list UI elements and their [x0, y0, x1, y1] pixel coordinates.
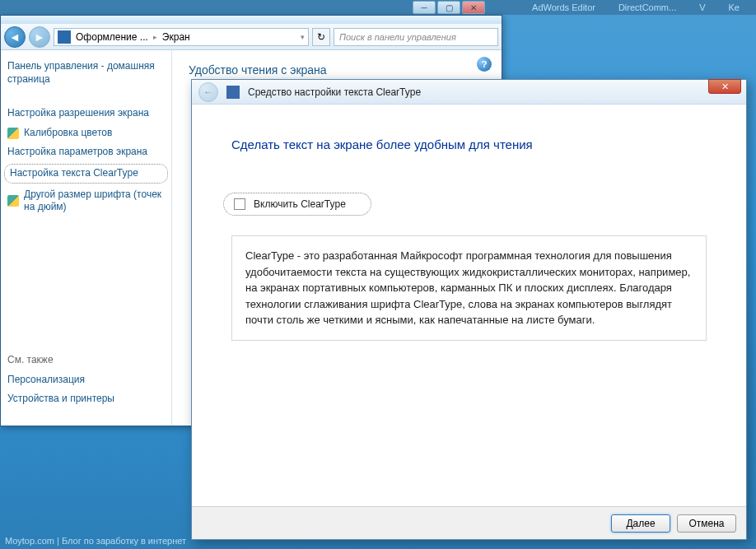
taskbar-item[interactable]: AdWords Editor [532, 2, 595, 12]
enable-cleartype-checkbox[interactable] [234, 198, 245, 210]
breadcrumb-separator-icon: ▸ [153, 33, 157, 41]
sidebar-footer: См. также Персонализация Устройства и пр… [7, 354, 166, 409]
desktop-top-labels: AdWords Editor DirectComm... V Ke [0, 0, 756, 15]
sidebar-link-devices-printers[interactable]: Устройства и принтеры [7, 389, 166, 409]
minimize-button[interactable]: ─ [413, 1, 436, 14]
nav-forward-button[interactable]: ► [29, 26, 50, 48]
address-bar[interactable]: Оформление ... ▸ Экран ▾ [54, 28, 309, 46]
sidebar-link-label: Настройка разрешения экрана [7, 107, 149, 120]
sidebar-link-color-calibration[interactable]: Калибровка цветов [7, 123, 165, 143]
page-footer-text: Moytop.com | Блог по заработку в интерне… [5, 536, 186, 546]
wizard-back-button[interactable]: ← [198, 82, 218, 102]
wizard-footer: Далее Отмена [192, 506, 746, 539]
wizard-titlebar[interactable]: ← Средство настройки текста ClearType [192, 80, 746, 105]
cancel-button[interactable]: Отмена [677, 514, 736, 533]
explorer-titlebar [1, 16, 502, 24]
wizard-title: Средство настройки текста ClearType [248, 86, 421, 98]
close-button[interactable]: ✕ [462, 1, 485, 14]
wizard-body: Сделать текст на экране более удобным дл… [192, 105, 746, 506]
cleartype-description: ClearType - это разработанная Майкрософт… [231, 235, 707, 341]
see-also-heading: См. также [7, 354, 166, 365]
sidebar-link-label: Другой размер шрифта (точек на дюйм) [24, 188, 165, 214]
refresh-icon: ↻ [317, 31, 325, 43]
next-button[interactable]: Далее [611, 514, 670, 533]
cleartype-wizard-window: ✕ ← Средство настройки текста ClearType … [191, 79, 747, 540]
sidebar-link-personalization[interactable]: Персонализация [7, 370, 166, 390]
breadcrumb-segment[interactable]: Оформление ... [76, 31, 148, 43]
taskbar-item[interactable]: V [699, 2, 705, 12]
sidebar-link-label: Настройка текста ClearType [10, 167, 138, 180]
sidebar-link-cleartype[interactable]: Настройка текста ClearType [4, 164, 168, 184]
taskbar-item[interactable]: Ke [729, 2, 740, 12]
window-controls: ─ ▢ ✕ [413, 1, 485, 14]
checkbox-label: Включить ClearType [254, 198, 346, 210]
sidebar-link-display-settings[interactable]: Настройка параметров экрана [7, 142, 165, 162]
help-icon[interactable]: ? [477, 57, 492, 72]
maximize-button[interactable]: ▢ [437, 1, 460, 14]
control-panel-icon [58, 30, 71, 44]
wizard-heading: Сделать текст на экране более удобным дл… [231, 137, 707, 151]
sidebar-link-dpi[interactable]: Другой размер шрифта (точек на дюйм) [7, 185, 165, 217]
enable-cleartype-row[interactable]: Включить ClearType [223, 193, 371, 216]
shield-icon [7, 195, 19, 207]
cleartype-icon [226, 86, 240, 99]
wizard-close-button[interactable]: ✕ [708, 79, 741, 94]
sidebar-home-link[interactable]: Панель управления - домашняя страница [7, 60, 165, 86]
breadcrumb-segment[interactable]: Экран [162, 31, 190, 43]
sidebar-link-label: Калибровка цветов [24, 127, 112, 140]
shield-icon [7, 128, 19, 139]
taskbar-item[interactable]: DirectComm... [618, 2, 676, 12]
dropdown-icon[interactable]: ▾ [301, 33, 305, 41]
sidebar-link-resolution[interactable]: Настройка разрешения экрана [7, 104, 165, 123]
page-title: Удобство чтения с экрана [189, 63, 485, 77]
sidebar: Панель управления - домашняя страница На… [1, 50, 172, 426]
sidebar-link-label: Настройка параметров экрана [7, 146, 147, 159]
search-input[interactable]: Поиск в панели управления [334, 28, 498, 46]
refresh-button[interactable]: ↻ [312, 28, 330, 46]
nav-bar: ◄ ► Оформление ... ▸ Экран ▾ ↻ Поиск в п… [1, 24, 502, 50]
nav-back-button[interactable]: ◄ [4, 26, 26, 48]
